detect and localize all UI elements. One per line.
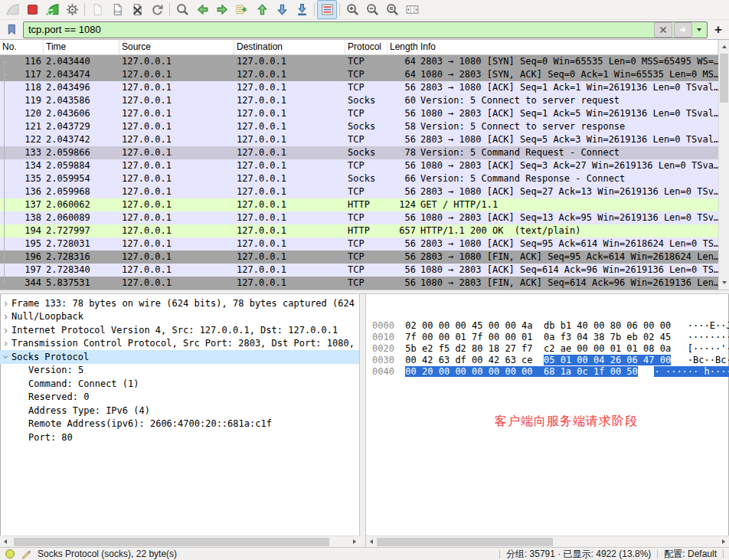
cell-protocol[interactable]: TCP: [345, 211, 387, 224]
cell-length[interactable]: 56: [387, 81, 418, 94]
cell-time[interactable]: 2.728340: [44, 264, 119, 277]
cell-info[interactable]: GET / HTTP/1.1: [418, 198, 718, 211]
cell-no[interactable]: 119: [0, 94, 44, 107]
cell-destination[interactable]: 127.0.0.1: [234, 55, 345, 68]
detail-line[interactable]: ›Transmission Control Protocol, Src Port…: [0, 337, 359, 351]
cell-source[interactable]: 127.0.0.1: [119, 172, 234, 185]
hex-row[interactable]: 0010 7f 00 00 01 7f 00 00 01 0a f3 04 38…: [372, 332, 729, 343]
cell-source[interactable]: 127.0.0.1: [119, 277, 234, 290]
hex-row[interactable]: 0000 02 00 00 00 45 00 00 4a db b1 40 00…: [372, 320, 729, 332]
restart-capture-icon[interactable]: [42, 0, 62, 19]
cell-info[interactable]: Version: 5 Command Response - Connect: [418, 172, 718, 185]
cell-time[interactable]: 5.837531: [44, 277, 119, 290]
cell-destination[interactable]: 127.0.0.1: [234, 94, 345, 107]
scroll-left-icon[interactable]: [0, 536, 11, 547]
cell-info[interactable]: 2803 → 1080 [ACK] Seq=5 Ack=3 Win=261913…: [418, 133, 718, 146]
detail-line[interactable]: Reserved: 0: [0, 391, 359, 404]
hex-bytes[interactable]: 0a f3 04 38 7b eb 02 45: [544, 332, 671, 342]
detail-line[interactable]: ›Null/Loopback: [0, 310, 359, 324]
cell-info[interactable]: 2803 → 1080 [FIN, ACK] Seq=95 Ack=614 Wi…: [418, 251, 718, 264]
cell-no[interactable]: 135: [0, 172, 44, 185]
packet-row[interactable]: 1362.059968127.0.0.1127.0.0.1TCP562803 →…: [0, 185, 718, 198]
filter-clear-icon[interactable]: [654, 22, 672, 38]
cell-length[interactable]: 64: [387, 68, 418, 81]
go-back-icon[interactable]: [192, 0, 212, 19]
hex-ascii[interactable]: ·Bc··Bc·: [688, 355, 729, 365]
go-last-icon[interactable]: [272, 0, 292, 19]
hex-row[interactable]: 0020 5b e2 f5 d2 80 18 27 f7 c2 ae 00 00…: [372, 343, 729, 355]
go-first-icon[interactable]: [252, 0, 272, 19]
filter-bookmark-icon[interactable]: [2, 21, 21, 38]
cell-destination[interactable]: 127.0.0.1: [234, 198, 345, 211]
cell-protocol[interactable]: TCP: [345, 81, 387, 94]
cell-info[interactable]: Version: 5 Connect to server request: [418, 94, 718, 107]
hex-bytes-selected[interactable]: 00 20 00 00 00 00 00 00 68 1a 0c 1f 00 5…: [405, 366, 637, 377]
cell-info[interactable]: Version: 5 Connect to server response: [418, 120, 718, 133]
hex-ascii-selected[interactable]: · ······ h····P: [654, 366, 729, 377]
zoom-in-icon[interactable]: [342, 0, 362, 19]
cell-destination[interactable]: 127.0.0.1: [234, 185, 345, 198]
cell-protocol[interactable]: Socks: [345, 146, 387, 159]
cell-destination[interactable]: 127.0.0.1: [234, 159, 345, 172]
cell-protocol[interactable]: HTTP: [345, 198, 387, 211]
filter-dropdown-icon[interactable]: [694, 23, 704, 37]
cell-destination[interactable]: 127.0.0.1: [234, 237, 345, 251]
cell-info[interactable]: 2803 → 1080 [SYN] Seq=0 Win=65535 Len=0 …: [418, 55, 718, 68]
cell-source[interactable]: 127.0.0.1: [119, 55, 234, 68]
packet-row[interactable]: 1342.059884127.0.0.1127.0.0.1TCP561080 →…: [0, 159, 718, 172]
cell-info[interactable]: 1080 → 2803 [ACK] Seq=3 Ack=27 Win=26191…: [418, 159, 718, 172]
cell-info[interactable]: 1080 → 2803 [ACK] Seq=1 Ack=5 Win=261913…: [418, 107, 718, 120]
cell-info[interactable]: 1080 → 2803 [SYN, ACK] Seq=0 Ack=1 Win=6…: [418, 68, 718, 81]
cell-time[interactable]: 2.043606: [44, 107, 119, 120]
cell-no[interactable]: 196: [0, 251, 44, 264]
cell-length[interactable]: 56: [387, 159, 418, 172]
packet-row[interactable]: 1182.043496127.0.0.1127.0.0.1TCP562803 →…: [0, 81, 718, 94]
cell-destination[interactable]: 127.0.0.1: [234, 81, 345, 94]
scroll-right-icon[interactable]: [349, 536, 360, 547]
cell-length[interactable]: 56: [387, 237, 418, 251]
cell-info[interactable]: 1080 → 2803 [ACK] Seq=13 Ack=95 Win=2619…: [418, 211, 718, 224]
cell-no[interactable]: 121: [0, 120, 44, 133]
cell-length[interactable]: 56: [387, 133, 418, 146]
cell-protocol[interactable]: TCP: [345, 237, 387, 251]
packet-row[interactable]: 1372.060062127.0.0.1127.0.0.1HTTP124GET …: [0, 198, 718, 211]
cell-destination[interactable]: 127.0.0.1: [234, 251, 345, 264]
detail-line[interactable]: Address Type: IPv6 (4): [0, 404, 359, 418]
cell-destination[interactable]: 127.0.0.1: [234, 68, 345, 81]
cell-protocol[interactable]: TCP: [345, 264, 387, 277]
cell-source[interactable]: 127.0.0.1: [119, 81, 234, 94]
cell-source[interactable]: 127.0.0.1: [119, 237, 234, 251]
column-header-protocol[interactable]: Protocol: [345, 40, 387, 54]
cell-no[interactable]: 133: [0, 146, 44, 159]
go-to-packet-icon[interactable]: [232, 0, 252, 19]
cell-time[interactable]: 2.059866: [44, 146, 119, 159]
cell-source[interactable]: 127.0.0.1: [119, 211, 234, 224]
cell-length[interactable]: 56: [387, 185, 418, 198]
detail-line[interactable]: ›Socks Protocol: [0, 350, 359, 364]
cell-protocol[interactable]: TCP: [345, 159, 387, 172]
close-file-icon[interactable]: [127, 0, 147, 19]
scroll-right-icon[interactable]: [718, 536, 729, 547]
expand-icon[interactable]: ›: [0, 298, 11, 309]
hex-bytes[interactable]: 00 42 63 df 00 42 63 ce: [405, 355, 532, 365]
cell-length[interactable]: 56: [387, 211, 418, 224]
cell-time[interactable]: 2.060062: [44, 198, 119, 211]
cell-length[interactable]: 58: [387, 120, 418, 133]
packet-row[interactable]: 1952.728031127.0.0.1127.0.0.1TCP562803 →…: [0, 237, 718, 251]
capture-comment-icon[interactable]: [21, 549, 31, 559]
details-hscrollbar[interactable]: [0, 535, 360, 547]
cell-info[interactable]: 1080 → 2803 [ACK] Seq=614 Ack=96 Win=261…: [418, 264, 718, 277]
expand-icon[interactable]: ›: [0, 325, 11, 336]
collapse-icon[interactable]: ›: [1, 351, 11, 362]
cell-no[interactable]: 197: [0, 264, 44, 277]
packet-row[interactable]: 1332.059866127.0.0.1127.0.0.1Socks78Vers…: [0, 146, 718, 159]
cell-length[interactable]: 56: [387, 277, 418, 290]
cell-source[interactable]: 127.0.0.1: [119, 68, 234, 81]
cell-source[interactable]: 127.0.0.1: [119, 146, 234, 159]
display-filter-field[interactable]: tcp.port == 1080: [23, 21, 708, 38]
cell-protocol[interactable]: TCP: [345, 251, 387, 264]
cell-info[interactable]: 2803 → 1080 [ACK] Seq=1 Ack=1 Win=261913…: [418, 81, 718, 94]
cell-source[interactable]: 127.0.0.1: [119, 185, 234, 198]
pane-divider[interactable]: [360, 294, 366, 535]
cell-length[interactable]: 78: [387, 146, 418, 159]
